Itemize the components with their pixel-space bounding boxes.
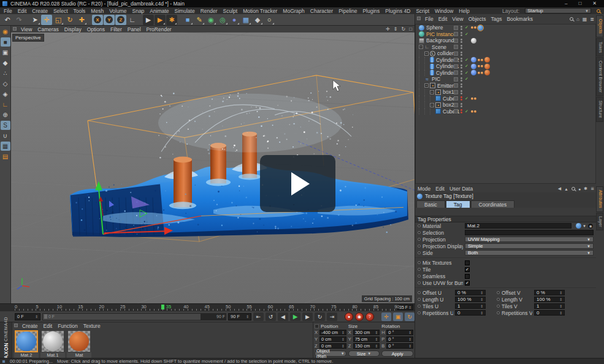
object-row-background[interactable]: Background [416, 37, 595, 44]
redo-tool-button[interactable]: ↷ [13, 15, 25, 25]
play-button[interactable]: ▶ [290, 313, 300, 321]
light-tool-button[interactable]: ○ [264, 15, 275, 25]
material-picker-icon[interactable]: ◉ [587, 223, 594, 229]
goto-end-button[interactable]: ⇥ [327, 313, 337, 321]
object-row-cylinder[interactable]: Cylinder✓ [416, 70, 595, 77]
menu-plugins-4d[interactable]: Plugins 4D [385, 8, 410, 14]
object-row-box1[interactable]: −box1 [416, 89, 595, 96]
rotation-p-field[interactable]: 0 °⇕ [386, 336, 413, 342]
maximize-button[interactable]: □ [578, 0, 581, 7]
anim-dot-icon[interactable] [418, 281, 421, 284]
offset-u-field[interactable]: 0 %⇕ [455, 290, 486, 295]
layer-box[interactable] [454, 51, 458, 56]
position-x-field[interactable]: -400 cm⇕ [319, 330, 346, 335]
material-menu-texture[interactable]: Texture [83, 323, 101, 329]
menu-help[interactable]: Help [459, 8, 469, 14]
position-y-field[interactable]: 0 cm⇕ [319, 336, 346, 342]
tab-content-browser[interactable]: Content Browser [596, 57, 603, 96]
visibility-dots[interactable] [461, 58, 462, 62]
repetitions-u-field[interactable]: 0⇕ [455, 310, 486, 316]
object-menu-view[interactable]: View [452, 16, 463, 22]
attribute-menu-mode[interactable]: Mode [418, 186, 430, 192]
size-mode-select[interactable]: Size▼ [348, 351, 380, 357]
autokey-button[interactable]: ◉ [355, 313, 364, 321]
volume-tool-button[interactable]: ● [229, 15, 240, 25]
phong-tag-icon[interactable] [471, 26, 476, 29]
object-menu-bookmarks[interactable]: Bookmarks [507, 16, 533, 22]
viewport-menu-options[interactable]: Options [87, 26, 105, 32]
render-settings-tool-button[interactable]: ✱ [166, 15, 177, 25]
material-mat-2[interactable]: Mat.2 [14, 331, 39, 358]
material-mat-1[interactable]: Mat.1 [40, 331, 65, 358]
menu-script[interactable]: Script [416, 8, 429, 14]
layer-box[interactable] [454, 64, 458, 69]
length-v-field[interactable]: 100 %⇕ [534, 297, 565, 302]
tab-tag[interactable]: Tag [446, 200, 470, 208]
menu-plugins[interactable]: Plugins [362, 8, 380, 14]
rotation-b-field[interactable]: 0 °⇕ [386, 343, 413, 349]
anim-dot-icon[interactable] [497, 311, 500, 314]
axis-mode-button[interactable]: ∟ [1, 100, 10, 109]
object-row-pic[interactable]: ≈PIC✓ [416, 76, 595, 83]
points-mode-button[interactable]: ∴ [1, 69, 10, 78]
pin-icon[interactable]: ▲ [564, 187, 568, 191]
viewport-menu-display[interactable]: Display [64, 26, 82, 32]
object-row-scene[interactable]: −∟Scene [416, 44, 595, 51]
key-position-button[interactable]: ✛ [381, 313, 391, 321]
tile-checkbox[interactable]: ✓ [465, 267, 470, 272]
collision-tag-icon[interactable] [471, 64, 476, 69]
anim-dot-icon[interactable] [418, 311, 421, 314]
texture-tag-icon[interactable] [471, 38, 476, 44]
apply-button[interactable]: Apply [381, 351, 413, 357]
collision-tag-icon[interactable] [471, 70, 476, 75]
object-row-emitters[interactable]: −Emitters [416, 83, 595, 89]
magnet-snap-button[interactable]: ∪ [1, 131, 10, 140]
anim-dot-icon[interactable] [497, 291, 500, 294]
collision-tag-icon[interactable] [471, 57, 476, 63]
pan-view-icon[interactable]: ✛ [386, 26, 390, 32]
menu-volume[interactable]: Volume [109, 8, 126, 14]
start-frame-field[interactable]: 0 F⇕ [15, 313, 40, 320]
viewport-menu-cameras[interactable]: Cameras [37, 26, 58, 32]
menu-edit[interactable]: Edit [18, 8, 27, 14]
offset-v-field[interactable]: 0 %⇕ [534, 290, 565, 295]
rotate-view-icon[interactable]: ↻ [401, 26, 405, 32]
material-menu-function[interactable]: Function [58, 323, 78, 329]
search-icon[interactable] [597, 9, 600, 13]
playhead-marker[interactable] [161, 305, 164, 309]
lock-x-tool-button[interactable]: X [92, 15, 103, 25]
visibility-dots[interactable] [461, 96, 462, 100]
polygons-mode-button[interactable]: ◈ [1, 89, 10, 99]
lock-y-tool-button[interactable]: Y [104, 15, 115, 25]
enabled-check-icon[interactable]: ✓ [465, 25, 468, 30]
add-cube-tool-button[interactable]: ■ [182, 15, 193, 25]
material-menu-edit[interactable]: Edit [44, 323, 53, 329]
menu-pipeline[interactable]: Pipeline [338, 8, 357, 14]
menu-file[interactable]: File [4, 8, 12, 14]
anim-dot-icon[interactable] [418, 298, 421, 301]
search-icon[interactable] [572, 187, 575, 191]
coord-system-tool-button[interactable]: ∟ [127, 15, 138, 25]
layer-box[interactable] [454, 96, 458, 100]
menu-animate[interactable]: Animate [150, 8, 169, 14]
phong-tag-icon[interactable] [471, 97, 476, 100]
enabled-check-icon[interactable]: ✓ [465, 58, 468, 63]
menu-tools[interactable]: Tools [74, 8, 86, 14]
viewport-menu-view[interactable]: View [21, 26, 32, 32]
tab-basic[interactable]: Basic [416, 200, 445, 208]
anim-dot-icon[interactable] [418, 305, 421, 308]
visibility-dots[interactable] [461, 109, 462, 113]
object-row-cylinder-2[interactable]: Cylinder.2✓ [416, 57, 595, 64]
generators-tool-button[interactable]: ◉ [205, 15, 216, 25]
close-button[interactable]: ✕ [592, 0, 597, 7]
timeline-ruler[interactable]: 35 F ⇕ 051015202530354045505560657075808… [0, 303, 415, 311]
key-rotation-button[interactable]: ↻ [405, 313, 415, 321]
tweak-mode-button[interactable]: ⊕ [1, 110, 10, 119]
panel-grip-icon[interactable] [13, 27, 17, 31]
visibility-dots[interactable] [461, 103, 462, 107]
anim-dot-icon[interactable] [418, 231, 421, 234]
dolly-view-icon[interactable]: ⇕ [394, 26, 398, 32]
projection-select[interactable]: UVW Mapping▼ [465, 237, 594, 242]
collapse-icon[interactable]: − [430, 90, 434, 94]
scale-tool-button[interactable]: ◱ [53, 15, 64, 25]
